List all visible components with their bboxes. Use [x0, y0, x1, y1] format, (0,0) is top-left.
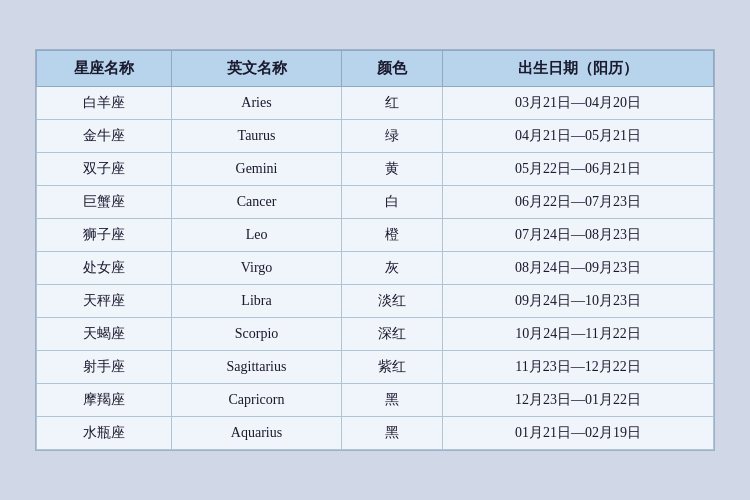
cell-color: 灰	[341, 252, 443, 285]
table-row: 天蝎座Scorpio深红10月24日—11月22日	[37, 318, 714, 351]
cell-color: 黑	[341, 384, 443, 417]
cell-english: Aquarius	[172, 417, 341, 450]
header-chinese: 星座名称	[37, 51, 172, 87]
cell-color: 白	[341, 186, 443, 219]
cell-english: Gemini	[172, 153, 341, 186]
table-row: 巨蟹座Cancer白06月22日—07月23日	[37, 186, 714, 219]
table-body: 白羊座Aries红03月21日—04月20日金牛座Taurus绿04月21日—0…	[37, 87, 714, 450]
cell-english: Capricorn	[172, 384, 341, 417]
cell-chinese: 金牛座	[37, 120, 172, 153]
cell-english: Cancer	[172, 186, 341, 219]
cell-english: Aries	[172, 87, 341, 120]
header-date: 出生日期（阳历）	[443, 51, 714, 87]
cell-date: 12月23日—01月22日	[443, 384, 714, 417]
cell-date: 05月22日—06月21日	[443, 153, 714, 186]
cell-english: Virgo	[172, 252, 341, 285]
cell-english: Leo	[172, 219, 341, 252]
header-english: 英文名称	[172, 51, 341, 87]
cell-date: 04月21日—05月21日	[443, 120, 714, 153]
cell-english: Scorpio	[172, 318, 341, 351]
cell-chinese: 摩羯座	[37, 384, 172, 417]
table-row: 摩羯座Capricorn黑12月23日—01月22日	[37, 384, 714, 417]
cell-color: 橙	[341, 219, 443, 252]
cell-date: 01月21日—02月19日	[443, 417, 714, 450]
cell-color: 黄	[341, 153, 443, 186]
table-row: 水瓶座Aquarius黑01月21日—02月19日	[37, 417, 714, 450]
cell-color: 淡红	[341, 285, 443, 318]
cell-chinese: 射手座	[37, 351, 172, 384]
cell-color: 红	[341, 87, 443, 120]
zodiac-table: 星座名称 英文名称 颜色 出生日期（阳历） 白羊座Aries红03月21日—04…	[36, 50, 714, 450]
cell-color: 紫红	[341, 351, 443, 384]
cell-chinese: 处女座	[37, 252, 172, 285]
cell-english: Libra	[172, 285, 341, 318]
zodiac-table-container: 星座名称 英文名称 颜色 出生日期（阳历） 白羊座Aries红03月21日—04…	[35, 49, 715, 451]
table-row: 天秤座Libra淡红09月24日—10月23日	[37, 285, 714, 318]
cell-color: 黑	[341, 417, 443, 450]
cell-date: 10月24日—11月22日	[443, 318, 714, 351]
table-row: 射手座Sagittarius紫红11月23日—12月22日	[37, 351, 714, 384]
cell-date: 08月24日—09月23日	[443, 252, 714, 285]
table-row: 处女座Virgo灰08月24日—09月23日	[37, 252, 714, 285]
table-row: 狮子座Leo橙07月24日—08月23日	[37, 219, 714, 252]
cell-date: 09月24日—10月23日	[443, 285, 714, 318]
cell-color: 深红	[341, 318, 443, 351]
cell-date: 06月22日—07月23日	[443, 186, 714, 219]
cell-chinese: 白羊座	[37, 87, 172, 120]
cell-english: Sagittarius	[172, 351, 341, 384]
cell-chinese: 天秤座	[37, 285, 172, 318]
table-row: 白羊座Aries红03月21日—04月20日	[37, 87, 714, 120]
cell-chinese: 狮子座	[37, 219, 172, 252]
cell-chinese: 天蝎座	[37, 318, 172, 351]
cell-english: Taurus	[172, 120, 341, 153]
table-row: 双子座Gemini黄05月22日—06月21日	[37, 153, 714, 186]
table-row: 金牛座Taurus绿04月21日—05月21日	[37, 120, 714, 153]
cell-date: 03月21日—04月20日	[443, 87, 714, 120]
header-color: 颜色	[341, 51, 443, 87]
table-header-row: 星座名称 英文名称 颜色 出生日期（阳历）	[37, 51, 714, 87]
cell-date: 07月24日—08月23日	[443, 219, 714, 252]
cell-date: 11月23日—12月22日	[443, 351, 714, 384]
cell-chinese: 双子座	[37, 153, 172, 186]
cell-chinese: 巨蟹座	[37, 186, 172, 219]
cell-color: 绿	[341, 120, 443, 153]
cell-chinese: 水瓶座	[37, 417, 172, 450]
